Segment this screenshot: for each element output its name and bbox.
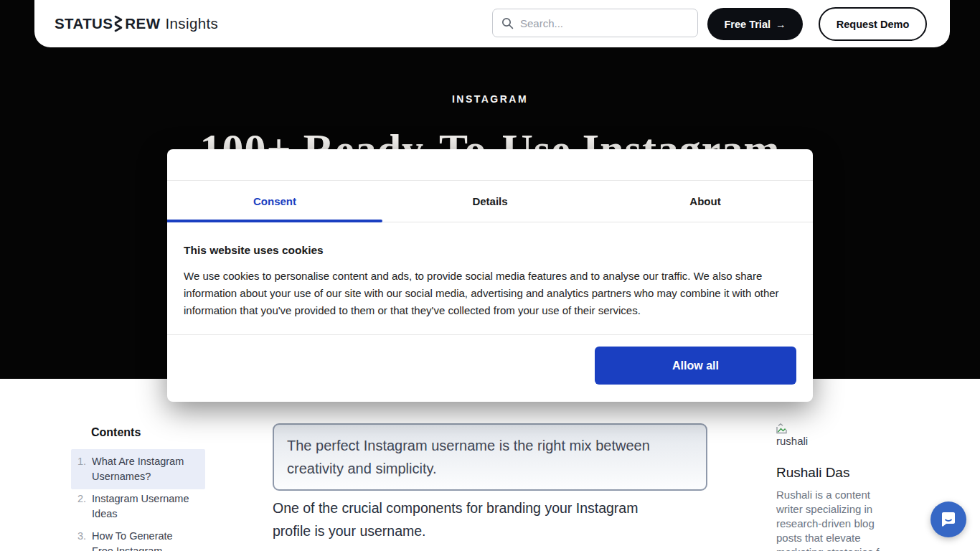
contents-heading: Contents	[91, 426, 141, 439]
top-navbar: STATUS REW Insights Free Trial →	[34, 0, 950, 47]
author-image-alt-text: rushali	[776, 435, 808, 447]
cookie-dialog-heading: This website uses cookies	[184, 244, 796, 257]
arrow-right-icon: →	[776, 19, 786, 30]
toc-item-number: 3.	[77, 529, 86, 551]
toc-item-label: Instagram Username Ideas	[92, 491, 191, 522]
logo-text-insights: Insights	[165, 15, 218, 32]
request-demo-label: Request Demo	[837, 19, 910, 30]
toc-item-label: How To Generate Free Instagram	[92, 529, 191, 551]
article-pull-quote: The perfect Instagram username is the ri…	[273, 423, 707, 491]
toc-item-how-to-generate[interactable]: 3. How To Generate Free Instagram	[71, 524, 205, 551]
allow-all-button[interactable]: Allow all	[595, 347, 796, 385]
statusbrew-chevron-icon	[114, 15, 123, 32]
cookie-dialog-footer: Allow all	[167, 334, 813, 402]
tab-about[interactable]: About	[598, 181, 813, 222]
search-box[interactable]	[492, 9, 698, 37]
free-trial-label: Free Trial	[725, 19, 771, 30]
request-demo-button[interactable]: Request Demo	[819, 7, 927, 41]
free-trial-button[interactable]: Free Trial →	[707, 8, 803, 40]
author-name[interactable]: Rushali Das	[776, 465, 849, 481]
toc-item-label: What Are Instagram Usernames?	[92, 454, 191, 484]
tab-consent[interactable]: Consent	[167, 181, 382, 222]
logo-text-status: STATUS	[55, 15, 113, 32]
toc-item-number: 2.	[77, 491, 86, 522]
chat-bubble-icon	[939, 510, 958, 529]
cookie-dialog-header	[167, 149, 813, 181]
cookie-dialog-content: This website uses cookies We use cookies…	[167, 222, 813, 319]
statusbrew-insights-logo[interactable]: STATUS REW Insights	[55, 0, 218, 47]
page: INSTAGRAM 100+ Ready-To-Use Instagram ST…	[0, 0, 980, 551]
hero-category-label: INSTAGRAM	[0, 93, 980, 105]
tab-details[interactable]: Details	[382, 181, 598, 222]
logo-text-rew: REW	[125, 15, 160, 32]
toc-item-number: 1.	[77, 454, 86, 484]
cookie-consent-dialog: Consent Details About This website uses …	[167, 149, 813, 402]
toc-item-instagram-username-ideas[interactable]: 2. Instagram Username Ideas	[71, 486, 205, 527]
toc-item-what-are-instagram-usernames[interactable]: 1. What Are Instagram Usernames?	[71, 449, 205, 489]
cookie-dialog-tabs: Consent Details About	[167, 181, 813, 222]
chat-launcher-button[interactable]	[930, 501, 966, 537]
search-input[interactable]	[520, 17, 689, 29]
search-icon	[501, 17, 514, 29]
cookie-dialog-body-text: We use cookies to personalise content an…	[184, 268, 796, 319]
article-paragraph: One of the crucial components for brandi…	[273, 496, 674, 542]
author-bio: Rushali is a content writer specializing…	[776, 488, 892, 551]
